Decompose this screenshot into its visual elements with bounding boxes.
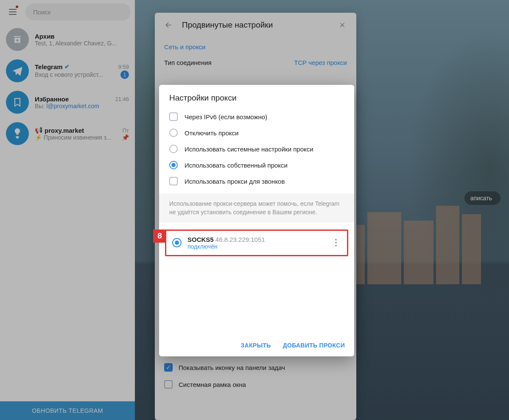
checkbox-icon bbox=[169, 177, 178, 185]
step-badge: 8 bbox=[153, 230, 166, 243]
radio-icon bbox=[169, 129, 178, 137]
close-button[interactable]: ЗАКРЫТЬ bbox=[241, 342, 271, 349]
radio-icon bbox=[172, 238, 182, 247]
radio-icon bbox=[169, 161, 178, 169]
dialog-title: Настройки прокси bbox=[159, 85, 354, 109]
option-label: Использовать прокси для звонков bbox=[185, 178, 285, 185]
option-label: Использовать собственный прокси bbox=[185, 162, 288, 169]
radio-icon bbox=[169, 145, 178, 153]
proxy-entry-title: SOCKS5 46.8.23.229:1051 bbox=[187, 236, 325, 243]
option-disable-proxy[interactable]: Отключить прокси bbox=[159, 125, 354, 141]
option-label: Через IPv6 (если возможно) bbox=[185, 113, 267, 120]
proxy-entry-status: подключён bbox=[187, 243, 325, 250]
option-custom-proxy[interactable]: Использовать собственный прокси bbox=[159, 157, 354, 173]
option-label: Использовать системные настройки прокси bbox=[185, 146, 313, 153]
proxy-settings-dialog: Настройки прокси Через IPv6 (если возмож… bbox=[159, 85, 354, 356]
add-proxy-button[interactable]: ДОБАВИТЬ ПРОКСИ bbox=[283, 342, 345, 349]
option-proxy-calls[interactable]: Использовать прокси для звонков bbox=[159, 173, 354, 189]
proxy-entry[interactable]: 8 SOCKS5 46.8.23.229:1051 подключён bbox=[165, 230, 348, 256]
option-ipv6[interactable]: Через IPv6 (если возможно) bbox=[159, 109, 354, 125]
option-label: Отключить прокси bbox=[185, 129, 238, 137]
proxy-hint-text: Использование прокси-сервера может помоч… bbox=[159, 193, 354, 223]
checkbox-icon bbox=[169, 112, 178, 121]
kebab-menu-icon[interactable] bbox=[331, 239, 341, 246]
option-system-proxy[interactable]: Использовать системные настройки прокси bbox=[159, 141, 354, 157]
